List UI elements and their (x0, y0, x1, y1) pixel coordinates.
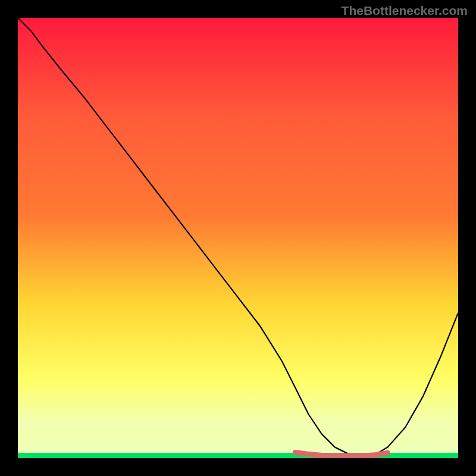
baseline-strip (18, 453, 458, 458)
gradient-background (18, 18, 458, 458)
chart-container: TheBottlenecker.com (0, 0, 476, 476)
watermark-text: TheBottlenecker.com (342, 4, 468, 18)
chart-svg (18, 18, 458, 458)
plot-area (18, 18, 458, 458)
